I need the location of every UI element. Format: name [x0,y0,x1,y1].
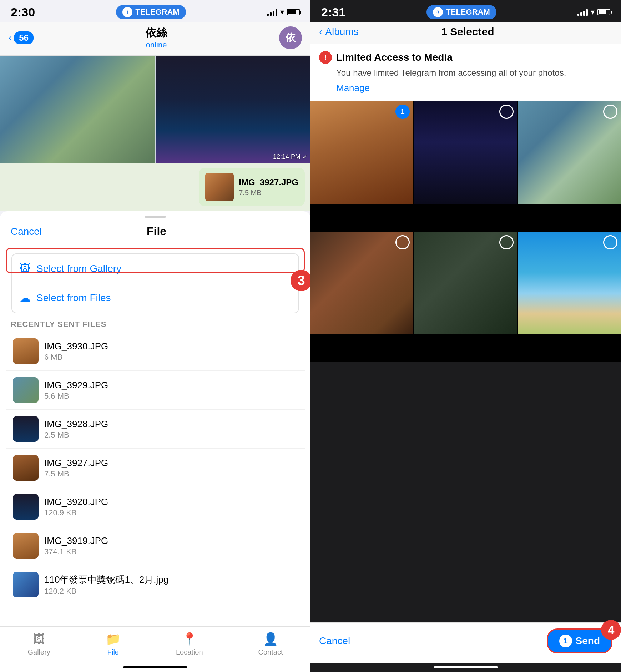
file-list-size-4: 7.5 MB [44,469,108,479]
file-info: IMG_3927.JPG 7.5 MB [239,177,298,197]
file-list-size-7: 120.2 KB [44,587,168,596]
telegram-icon-left: ✈ [122,7,132,17]
file-list-name-3: IMG_3928.JPG [44,419,108,430]
status-icons-left: ▾ [267,7,300,17]
status-bar-left: 2:30 ✈ TELEGRAM ▾ [0,0,310,22]
file-list-size-5: 120.9 KB [44,508,108,517]
telegram-badge-left: ✈ TELEGRAM [116,5,186,19]
photo-cell-5[interactable] [414,232,517,334]
bottom-sheet: Cancel File 🖼 Select from Gallery ☁ Sele… [0,211,310,672]
list-item[interactable]: IMG_3929.JPG 5.6 MB [6,371,305,410]
selection-circle-2 [499,105,514,119]
list-item[interactable]: IMG_3919.JPG 374.1 KB [6,526,305,565]
file-list-name-5: IMG_3920.JPG [44,496,108,507]
file-list-name-1: IMG_3930.JPG [44,341,108,352]
status-icons-right: ▾ [577,7,610,17]
file-list: IMG_3930.JPG 6 MB IMG_3929.JPG 5.6 MB IM… [6,332,305,604]
list-item[interactable]: IMG_3927.JPG 7.5 MB [6,449,305,487]
location-tab-icon: 📍 [182,632,197,646]
right-cancel-button[interactable]: Cancel [319,635,350,647]
gallery-icon: 🖼 [19,262,31,275]
albums-label: Albums [325,26,358,37]
file-thumb-1 [13,338,39,364]
selection-badge-1: 1 [395,105,410,119]
file-tab-icon: 📁 [106,632,121,646]
home-indicator-right [434,666,498,668]
select-files-option[interactable]: ☁ Select from Files [12,283,298,313]
file-thumb-2 [13,377,39,403]
photo-cell-6[interactable] [518,232,621,334]
file-list-info-3: IMG_3928.JPG 2.5 MB [44,419,108,440]
selected-title: 1 Selected [441,26,494,38]
file-list-info-6: IMG_3919.JPG 374.1 KB [44,535,108,556]
file-name: IMG_3927.JPG [239,177,298,187]
access-banner: ! Limited Access to Media You have limit… [310,44,621,101]
files-option-label: Select from Files [36,292,111,304]
chat-images: 12:14 PM ✓ [0,56,310,163]
file-list-name-2: IMG_3929.JPG [44,380,108,391]
select-gallery-option[interactable]: 🖼 Select from Gallery [12,254,298,283]
gallery-tab-icon: 🖼 [33,632,45,646]
telegram-badge-right: ✈ TELEGRAM [426,5,496,19]
file-message-area: IMG_3927.JPG 7.5 MB [0,163,310,211]
chat-image-city: 12:14 PM ✓ [156,56,311,163]
step3-badge: 3 [291,270,310,291]
cloud-icon: ☁ [19,291,31,305]
photo-cell-1[interactable]: 1 [310,101,413,204]
signal-icon-left [267,9,277,16]
chat-image-mountain [0,56,155,163]
back-button[interactable]: ‹ 56 [9,31,34,44]
location-tab-label: Location [176,648,203,656]
image-timestamp: 12:14 PM ✓ [273,153,308,161]
option-group-wrapper: 🖼 Select from Gallery ☁ Select from File… [6,248,305,313]
file-list-info-4: IMG_3927.JPG 7.5 MB [44,458,108,479]
manage-link[interactable]: Manage [336,82,612,94]
phone-left: 2:30 ✈ TELEGRAM ▾ ‹ 56 依絲 online 依 [0,0,310,672]
step4-badge: 4 [601,620,621,640]
back-count[interactable]: 56 [14,31,34,44]
list-item[interactable]: 110年發票中獎號碼1、2月.jpg 120.2 KB [6,565,305,604]
selection-circle-3 [603,105,617,119]
file-list-info-5: IMG_3920.JPG 120.9 KB [44,496,108,517]
avatar[interactable]: 依 [279,26,302,49]
battery-fill-right [599,10,606,14]
recently-sent-label: RECENTLY SENT FILES [0,313,310,332]
status-bar-right: 2:31 ✈ TELEGRAM ▾ [310,0,621,22]
file-list-info-7: 110年發票中獎號碼1、2月.jpg 120.2 KB [44,574,168,596]
file-tab-label: File [107,648,119,656]
tab-file[interactable]: 📁 File [106,632,121,656]
telegram-icon-right: ✈ [433,7,443,17]
right-spacer [310,362,621,622]
wifi-icon-right: ▾ [591,7,595,17]
chat-title: 依絲 online [146,26,167,50]
photo-cell-2[interactable] [414,101,517,204]
sheet-cancel-button[interactable]: Cancel [11,226,42,237]
access-description: You have limited Telegram from accessing… [336,67,612,79]
tab-location[interactable]: 📍 Location [176,632,203,656]
option-group: 🖼 Select from Gallery ☁ Select from File… [11,253,299,313]
list-item[interactable]: IMG_3928.JPG 2.5 MB [6,410,305,449]
file-thumb-4 [13,455,39,481]
phone-right: 2:31 ✈ TELEGRAM ▾ ‹ Albums 1 Selected ! … [310,0,621,672]
tab-bar: 🖼 Gallery 📁 File 📍 Location 👤 Contact [0,626,310,663]
gallery-option-label: Select from Gallery [36,263,121,274]
list-item[interactable]: IMG_3930.JPG 6 MB [6,332,305,371]
file-list-size-1: 6 MB [44,353,108,362]
file-thumb-7 [13,572,39,597]
access-title: Limited Access to Media [336,52,453,63]
file-list-info-1: IMG_3930.JPG 6 MB [44,341,108,362]
battery-icon-left [287,9,300,15]
chat-header: ‹ 56 依絲 online 依 [0,22,310,56]
sheet-title: File [147,225,166,238]
tab-contact[interactable]: 👤 Contact [258,632,283,656]
list-item[interactable]: IMG_3920.JPG 120.9 KB [6,487,305,526]
send-button-wrapper: 1 Send 4 [547,628,612,653]
file-list-name-7: 110年發票中獎號碼1、2月.jpg [44,574,168,586]
photo-cell-3[interactable] [518,101,621,204]
photo-cell-4[interactable] [310,232,413,334]
warning-icon: ! [319,51,332,64]
file-list-name-4: IMG_3927.JPG [44,458,108,469]
albums-back-button[interactable]: ‹ Albums [319,26,359,37]
file-thumb-3 [13,416,39,442]
tab-gallery[interactable]: 🖼 Gallery [28,632,50,656]
